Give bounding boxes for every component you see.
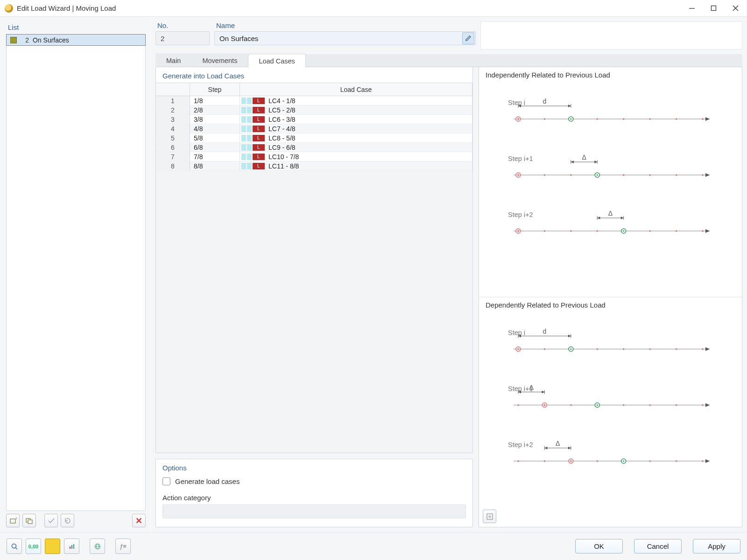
no-label: No. — [157, 21, 210, 29]
svg-point-45 — [623, 230, 624, 231]
tab-movements[interactable]: Movements — [191, 53, 248, 67]
units-label: 0,00 — [28, 544, 38, 549]
list-box[interactable]: 2 On Surfaces — [6, 34, 146, 511]
svg-point-42 — [570, 230, 571, 231]
row-step: 2/8 — [190, 105, 240, 115]
svg-point-70 — [517, 404, 519, 406]
generate-load-cases-checkbox[interactable]: Generate load cases — [162, 477, 466, 485]
table-row[interactable]: 77/8LLC10 - 7/8 — [156, 152, 472, 161]
row-step: 5/8 — [190, 133, 240, 143]
close-icon[interactable] — [732, 4, 740, 12]
row-load-case: LLC6 - 3/8 — [240, 115, 472, 124]
delete-item-button[interactable]: ✕ — [132, 514, 146, 527]
svg-rect-104 — [73, 544, 74, 549]
lc-text: LC6 - 3/8 — [268, 116, 296, 123]
svg-point-93 — [702, 460, 703, 462]
ok-button[interactable]: OK — [575, 539, 623, 553]
svg-point-91 — [649, 460, 651, 462]
svg-point-76 — [649, 404, 651, 406]
lc-badge: L — [241, 126, 265, 132]
list-item[interactable]: 2 On Surfaces — [6, 34, 146, 46]
name-label: Name — [216, 21, 476, 29]
name-value: On Surfaces — [219, 35, 258, 42]
cancel-button[interactable]: Cancel — [634, 539, 682, 553]
lc-text: LC4 - 1/8 — [268, 97, 296, 105]
svg-rect-7 — [28, 520, 32, 524]
svg-point-88 — [597, 460, 598, 462]
action-category-input[interactable] — [162, 504, 466, 518]
table-row[interactable]: 33/8LLC6 - 3/8 — [156, 115, 472, 124]
check-items-button[interactable] — [44, 514, 58, 527]
globe-button[interactable] — [90, 539, 105, 554]
edit-name-icon[interactable] — [462, 32, 474, 44]
list-item-index: 2 — [21, 36, 29, 44]
svg-point-60 — [623, 348, 624, 350]
svg-point-43 — [597, 230, 598, 231]
diagram-panel: Independently Related to Previous Load S… — [479, 67, 742, 527]
row-load-case: LLC4 - 1/8 — [240, 96, 472, 105]
row-index: 8 — [156, 161, 190, 171]
lc-text: LC11 - 8/8 — [268, 162, 299, 170]
apply-button[interactable]: Apply — [693, 539, 740, 553]
svg-line-101 — [15, 547, 17, 549]
svg-point-63 — [702, 348, 703, 350]
svg-text:Step i+2: Step i+2 — [508, 211, 533, 218]
tab-load-cases[interactable]: Load Cases — [248, 54, 305, 68]
reload-button[interactable] — [61, 514, 74, 527]
svg-point-17 — [676, 118, 677, 119]
row-load-case: LLC11 - 8/8 — [240, 161, 472, 171]
row-step: 7/8 — [190, 152, 240, 161]
name-input[interactable]: On Surfaces — [214, 31, 476, 45]
svg-text:Step i+2: Step i+2 — [508, 441, 533, 448]
svg-rect-1 — [712, 6, 716, 11]
svg-text:Δ: Δ — [582, 154, 586, 161]
svg-rect-98 — [487, 514, 493, 519]
lc-badge: L — [241, 135, 265, 141]
svg-point-74 — [597, 404, 598, 406]
row-step: 3/8 — [190, 115, 240, 124]
dep-svg: Step idStep i+1ΔStep i+2Δ — [486, 312, 724, 508]
new-item-button[interactable]: ✶ — [6, 514, 20, 527]
right-panel: No. 2 Name On Surfaces Main Movements — [151, 17, 747, 532]
tabs: Main Movements Load Cases — [155, 54, 742, 67]
table-row[interactable]: 11/8LLC4 - 1/8 — [156, 96, 472, 105]
row-step: 6/8 — [190, 143, 240, 152]
svg-point-58 — [570, 348, 571, 350]
minimize-icon[interactable] — [688, 4, 696, 12]
row-index: 4 — [156, 124, 190, 133]
svg-point-77 — [676, 404, 677, 406]
graph-button[interactable] — [64, 539, 79, 554]
svg-point-46 — [649, 230, 651, 231]
table-row[interactable]: 44/8LLC7 - 4/8 — [156, 124, 472, 133]
function-button[interactable]: ƒ≡ — [115, 539, 131, 554]
color-button[interactable] — [45, 539, 60, 554]
table-row[interactable]: 22/8LLC5 - 2/8 — [156, 105, 472, 115]
indep-title: Independently Related to Previous Load — [486, 71, 735, 79]
svg-point-11 — [544, 118, 545, 119]
svg-point-72 — [570, 404, 571, 406]
table-row[interactable]: 55/8LLC8 - 5/8 — [156, 133, 472, 143]
tab-main[interactable]: Main — [155, 53, 191, 67]
duplicate-item-button[interactable] — [22, 514, 36, 527]
grid-header: Step Load Case — [156, 83, 472, 96]
lc-text: LC9 - 6/8 — [268, 144, 296, 151]
lc-badge: L — [241, 144, 265, 151]
row-load-case: LLC7 - 4/8 — [240, 124, 472, 133]
grid-empty-area — [156, 171, 472, 453]
svg-text:d: d — [543, 98, 547, 105]
table-row[interactable]: 66/8LLC9 - 6/8 — [156, 143, 472, 152]
svg-point-41 — [544, 230, 545, 231]
svg-point-100 — [12, 544, 16, 548]
maximize-icon[interactable] — [710, 4, 718, 12]
units-button[interactable]: 0,00 — [26, 539, 41, 554]
table-row[interactable]: 88/8LLC11 - 8/8 — [156, 161, 472, 171]
diagram-settings-button[interactable] — [483, 510, 496, 523]
independent-diagram: Independently Related to Previous Load S… — [479, 67, 742, 297]
search-button[interactable] — [7, 539, 22, 554]
window-title: Edit Load Wizard | Moving Load — [17, 4, 116, 12]
color-swatch-icon — [10, 37, 17, 43]
svg-point-47 — [676, 230, 677, 231]
svg-point-61 — [649, 348, 651, 350]
svg-point-48 — [702, 230, 703, 231]
load-case-grid: Step Load Case 11/8LLC4 - 1/822/8LLC5 - … — [156, 83, 472, 171]
